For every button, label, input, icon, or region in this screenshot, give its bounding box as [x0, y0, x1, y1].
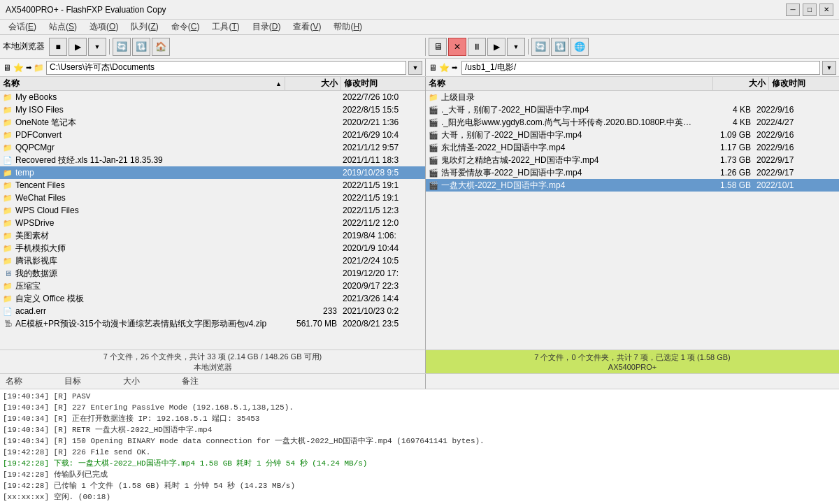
left-file-row[interactable]: 📁 Tencent Files 2022/11/5 19:1 [0, 179, 425, 192]
right-size-header[interactable]: 大小 [713, 77, 769, 90]
right-file-row[interactable]: 🎬 东北情圣-2022_HD国语中字.mp4 1.17 GB 2022/9/16 [426, 141, 839, 154]
file-name: AE模板+PR预设-315个动漫卡通综艺表情贴纸文字图形动画包v4.zip [14, 318, 284, 330]
left-file-row[interactable]: 🖥 我的数据源 2019/12/20 17: [0, 267, 425, 280]
menu-command[interactable]: 命令(C) [166, 20, 206, 34]
star-icon-right: ⭐ [439, 63, 450, 73]
file-icon: 📁 [1, 282, 14, 291]
left-file-row[interactable]: 📄 Recovered 技经.xls 11-Jan-21 18.35.39 20… [0, 154, 425, 166]
stop-button[interactable]: ■ [49, 38, 67, 56]
left-file-row[interactable]: 📁 My ISO Files 2022/8/15 15:5 [0, 103, 425, 116]
queue-name-label: 名称 [6, 375, 22, 387]
file-date: 2022/11/2 12:0 [340, 218, 424, 228]
left-file-row[interactable]: 📁 temp 2019/10/28 9:5 [0, 166, 425, 179]
left-file-row[interactable]: 📁 My eBooks 2022/7/26 10:0 [0, 91, 425, 103]
title-bar-controls: ─ □ ✕ [786, 3, 833, 16]
right-file-row[interactable]: 🎬 浩哥爱情故事-2022_HD国语中字.mp4 1.26 GB 2022/9/… [426, 166, 839, 179]
left-file-row[interactable]: 📁 PDFConvert 2021/6/29 10:4 [0, 129, 425, 141]
menu-sites[interactable]: 站点(S) [43, 20, 83, 34]
right-file-row[interactable]: 🎬 一盘大棋-2022_HD国语中字.mp4 1.58 GB 2022/10/1 [426, 179, 839, 192]
maximize-button[interactable]: □ [803, 3, 817, 16]
left-file-row[interactable]: 📁 WeChat Files 2022/11/5 19:1 [0, 192, 425, 204]
right-path-input[interactable] [461, 61, 820, 75]
menu-queue[interactable]: 队列(Z) [125, 20, 164, 34]
title-bar-text: AX5400PRO+ - FlashFXP Evaluation Copy [6, 5, 166, 15]
right-name-header[interactable]: 名称 [426, 77, 713, 90]
minimize-button[interactable]: ─ [786, 3, 800, 16]
file-icon: 📁 [1, 93, 14, 102]
right-file-name: 东北情圣-2022_HD国语中字.mp4 [440, 142, 698, 154]
right-file-icon: 📁 [427, 93, 440, 102]
menu-session[interactable]: 会话(E) [3, 20, 42, 34]
refresh-left-button[interactable]: 🔄 [113, 38, 131, 56]
right-status-text: 7 个文件，0 个文件夹，共计 7 项，已选定 1 项 (1.58 GB) [534, 352, 731, 363]
right-date-header[interactable]: 修改时间 [769, 77, 839, 90]
connect-icon-button[interactable]: 🖥 [429, 38, 447, 56]
left-file-row[interactable]: 📁 美图素材 2019/8/4 1:06: [0, 229, 425, 242]
file-date: 2020/2/21 1:36 [340, 117, 424, 127]
disconnect-button[interactable]: ✕ [448, 38, 466, 56]
menu-directory[interactable]: 目录(D) [247, 20, 287, 34]
left-size-header[interactable]: 大小 [285, 77, 341, 90]
file-date: 2020/1/9 10:44 [340, 243, 424, 253]
right-file-date: 2022/9/16 [754, 130, 838, 140]
left-file-row[interactable]: 📁 腾讯影视库 2021/2/24 10:5 [0, 254, 425, 267]
right-file-row[interactable]: 🎬 ._阳光电影www.ygdy8.com.尚气与十环传奇.2020.BD.10… [426, 116, 839, 129]
file-icon: 📁 [1, 131, 14, 140]
close-button[interactable]: ✕ [819, 3, 833, 16]
file-icon: 📁 [1, 257, 14, 266]
remote-globe-button[interactable]: 🌐 [571, 38, 589, 56]
log-line: [19:42:28] 传输队列已完成 [3, 469, 836, 480]
left-date-header[interactable]: 修改时间 [341, 77, 425, 90]
left-file-row[interactable]: 📁 QQPCMgr 2021/1/12 9:57 [0, 141, 425, 154]
left-file-row[interactable]: 📁 WPS Cloud Files 2022/11/5 12:3 [0, 204, 425, 217]
remote-refresh2-button[interactable]: 🔃 [551, 38, 569, 56]
queue-target-label: 目标 [64, 375, 81, 387]
right-file-date: 2022/10/1 [754, 180, 838, 190]
file-name: QQPCMgr [14, 143, 284, 152]
remote-play-button[interactable]: ▶ [487, 38, 505, 56]
left-file-row[interactable]: 🗜 AE模板+PR预设-315个动漫卡通综艺表情贴纸文字图形动画包v4.zip … [0, 317, 425, 330]
file-icon: 📄 [1, 307, 14, 316]
pause-button[interactable]: ⏸ [468, 38, 486, 56]
left-path-input[interactable] [46, 61, 406, 75]
file-name: WPSDrive [14, 218, 284, 228]
menu-options[interactable]: 选项(O) [84, 20, 124, 34]
log-line: [19:42:28] [R] 226 File send OK. [3, 447, 836, 458]
left-file-row[interactable]: 📁 OneNote 笔记本 2020/2/21 1:36 [0, 116, 425, 129]
file-date: 2020/9/17 22:3 [340, 281, 424, 291]
right-file-name: 一盘大棋-2022_HD国语中字.mp4 [440, 180, 698, 192]
left-file-row[interactable]: 📄 acad.err 233 2021/10/23 0:2 [0, 305, 425, 317]
right-file-row[interactable]: 🎬 大哥，别闹了-2022_HD国语中字.mp4 1.09 GB 2022/9/… [426, 129, 839, 141]
menu-help[interactable]: 帮助(H) [328, 20, 368, 34]
file-name: 腾讯影视库 [14, 255, 284, 267]
right-path-dropdown[interactable]: ▼ [822, 61, 836, 75]
home-button[interactable]: 🏠 [152, 38, 170, 56]
refresh2-button[interactable]: 🔃 [132, 38, 150, 56]
file-date: 2019/10/28 9:5 [340, 168, 424, 178]
status-area: 7 个文件，26 个文件夹，共计 33 项 (2.14 GB / 148.26 … [0, 350, 839, 373]
log-area[interactable]: [19:40:34] [R] PASV[19:40:34] [R] 227 En… [0, 389, 839, 504]
menu-view[interactable]: 查看(V) [287, 20, 327, 34]
menu-tools[interactable]: 工具(T) [206, 20, 245, 34]
right-file-size: 4 KB [698, 105, 754, 115]
left-file-row[interactable]: 📁 手机模拟大师 2020/1/9 10:44 [0, 242, 425, 254]
remote-refresh-button[interactable]: 🔄 [531, 38, 550, 56]
left-file-row[interactable]: 📁 压缩宝 2020/9/17 22:3 [0, 280, 425, 292]
file-date: 2022/11/5 12:3 [340, 206, 424, 215]
file-icon: 📁 [1, 168, 14, 178]
remote-dropdown-button[interactable]: ▼ [507, 38, 525, 56]
right-file-row[interactable]: 📁 上级目录 [426, 91, 839, 103]
right-file-row[interactable]: 🎬 鬼吹灯之精绝古城-2022_HD国语中字.mp4 1.73 GB 2022/… [426, 154, 839, 166]
address-row: 🖥 ⭐ ➡ 📁 ▼ 🖥 ⭐ ➡ ▼ [0, 59, 839, 77]
right-address-bar: 🖥 ⭐ ➡ ▼ [426, 59, 839, 76]
left-status-bar: 7 个文件，26 个文件夹，共计 33 项 (2.14 GB / 148.26 … [0, 350, 426, 373]
right-file-row[interactable]: 🎬 ._大哥，别闹了-2022_HD国语中字.mp4 4 KB 2022/9/1… [426, 103, 839, 116]
right-file-date: 2022/4/27 [754, 117, 838, 127]
file-icon: 📁 [1, 143, 14, 152]
play-button[interactable]: ▶ [69, 38, 87, 56]
left-file-row[interactable]: 📁 WPSDrive 2022/11/2 12:0 [0, 217, 425, 229]
left-path-dropdown[interactable]: ▼ [408, 61, 422, 75]
dropdown-button[interactable]: ▼ [88, 38, 106, 56]
left-file-row[interactable]: 📁 自定义 Office 模板 2021/3/26 14:4 [0, 292, 425, 305]
left-name-header[interactable]: 名称 ▲ [0, 77, 285, 90]
